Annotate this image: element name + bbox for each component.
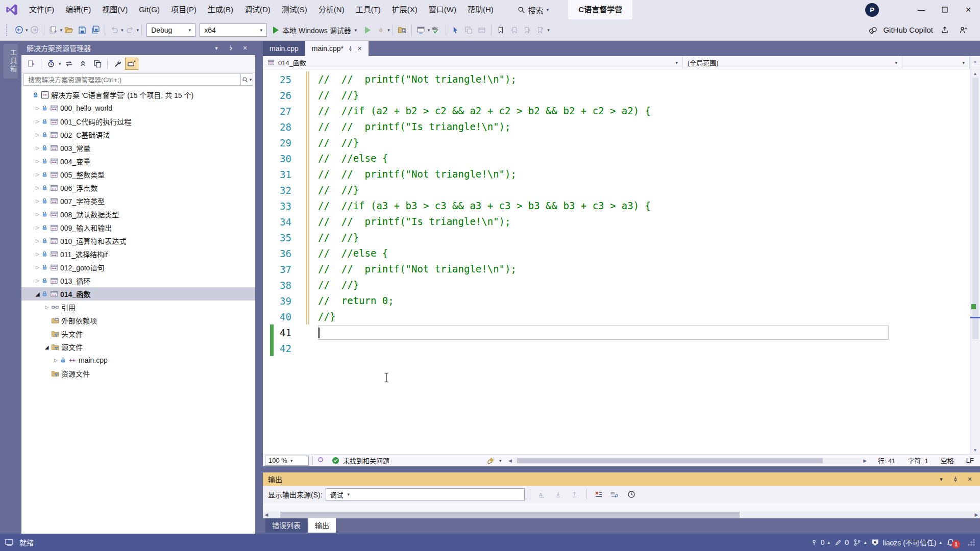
save-all-icon[interactable] [89, 23, 102, 37]
caret-line-indicator[interactable]: 行: 41 [878, 456, 896, 465]
code-text[interactable] [318, 325, 889, 340]
trust-user-indicator[interactable]: liaozs (不可信任) ▴ [871, 537, 942, 547]
next-message-icon[interactable] [568, 488, 581, 500]
code-line-37[interactable]: 37// // printf("Not triangle!\n"); [263, 261, 970, 277]
code-line-28[interactable]: 28// // printf("Is triangle!\n"); [263, 119, 970, 135]
menu-E[interactable]: 编辑(E) [60, 0, 96, 19]
code-text[interactable]: // //} [318, 87, 359, 103]
tree-item-001_C[interactable]: ▷++001_C代码的执行过程 [21, 115, 255, 128]
code-line-42[interactable]: 42 [263, 340, 970, 356]
tree-item-011_if[interactable]: ▷++011_选择结构if [21, 247, 255, 261]
menu-P[interactable]: 项目(P) [165, 0, 202, 19]
close-icon[interactable]: ✕ [240, 43, 250, 53]
menu-S[interactable]: 测试(S) [276, 0, 313, 19]
collapsed-arrow-icon[interactable]: ▷ [34, 132, 41, 137]
tree-item-009_[interactable]: ▷++009_输入和输出 [21, 221, 255, 234]
scrollbar-thumb[interactable] [972, 78, 978, 339]
code-text[interactable]: // //if (a3 + b3 > c3 && a3 + c3 > b3 &&… [318, 198, 651, 214]
code-line-35[interactable]: 35// //} [263, 230, 970, 245]
collapsed-arrow-icon[interactable]: ▷ [34, 212, 41, 217]
window-position-icon[interactable]: ▾ [936, 474, 946, 484]
redo-icon[interactable] [124, 23, 137, 37]
clear-bookmarks-icon[interactable] [534, 23, 547, 37]
back-dropdown-icon[interactable]: ▾ [26, 28, 28, 33]
tree-item-003_[interactable]: ▷++003_常量 [21, 141, 255, 155]
tree-item-C1515[interactable]: 解决方案 'C语言督学营' (15 个项目, 共 15 个) [21, 88, 255, 102]
tree-item-010_[interactable]: ▷++010_运算符和表达式 [21, 234, 255, 247]
save-icon[interactable] [76, 23, 89, 37]
collapsed-arrow-icon[interactable]: ▷ [34, 172, 41, 177]
pending-changes-filter-icon[interactable] [44, 58, 58, 70]
menu-N[interactable]: 分析(N) [313, 0, 350, 19]
code-line-41[interactable]: 41 [263, 324, 970, 340]
menu-B[interactable]: 生成(B) [202, 0, 239, 19]
expanded-arrow-icon[interactable]: ◢ [34, 291, 41, 297]
code-line-29[interactable]: 29// //} [263, 135, 970, 151]
code-line-36[interactable]: 36// //else { [263, 245, 970, 261]
menu-V[interactable]: 视图(V) [96, 0, 133, 19]
github-copilot-label[interactable]: GitHub Copilot [883, 26, 933, 34]
code-line-40[interactable]: 40//} [263, 309, 970, 324]
scroll-right-icon[interactable]: ▶ [973, 512, 980, 517]
navigate-forward-icon[interactable] [28, 23, 41, 37]
pending-edits-indicator[interactable]: 0 [835, 538, 849, 546]
next-bookmark-icon[interactable] [521, 23, 534, 37]
tree-item-013_[interactable]: ▷++013_循环 [21, 274, 255, 287]
open-folder-icon[interactable] [62, 23, 76, 37]
code-text[interactable]: // //} [318, 135, 359, 151]
tab-main-cpp[interactable]: main.cpp [263, 41, 305, 56]
line-ending-indicator[interactable]: LF [966, 457, 974, 464]
code-line-25[interactable]: 25// // printf("Not triangle!\n"); [263, 71, 970, 87]
start-without-debugging-icon[interactable] [361, 23, 374, 37]
code-line-32[interactable]: 32// //} [263, 182, 970, 198]
word-wrap-icon[interactable]: ab [608, 488, 622, 500]
clock-icon[interactable] [625, 488, 638, 500]
collapsed-arrow-icon[interactable]: ▷ [34, 198, 41, 204]
type-scope-dropdown[interactable]: (全局范围) ▾ [683, 56, 902, 69]
sync-icon[interactable] [62, 58, 76, 70]
undo-icon[interactable] [108, 23, 121, 37]
vertical-scrollbar[interactable]: ▲ ▼ [970, 69, 980, 454]
share-icon[interactable] [938, 23, 951, 37]
tree-item-[interactable]: 资源文件 [21, 367, 255, 380]
tree-item-[interactable]: 外部依赖项 [21, 314, 255, 327]
collapsed-arrow-icon[interactable]: ▷ [34, 265, 41, 270]
code-text[interactable]: // //else { [318, 151, 388, 166]
menu-X[interactable]: 扩展(X) [386, 0, 423, 19]
solution-search-input[interactable] [23, 73, 241, 86]
code-line-34[interactable]: 34// // printf("Is triangle!\n"); [263, 214, 970, 230]
start-debugging-button[interactable]: 本地 Windows 调试器 ▾ [269, 23, 361, 37]
close-button[interactable]: ✕ [957, 0, 980, 19]
undo-dropdown-icon[interactable]: ▾ [121, 28, 124, 33]
sync-with-active-document-icon[interactable] [24, 58, 38, 70]
tree-item-maincpp[interactable]: ▷++main.cpp [21, 354, 255, 367]
show-all-files-icon[interactable] [91, 58, 104, 70]
collapsed-arrow-icon[interactable]: ▷ [34, 238, 41, 243]
preview-selected-items-icon[interactable] [125, 58, 138, 70]
pin-icon[interactable] [226, 43, 236, 53]
code-text[interactable]: // // printf("Not triangle!\n"); [318, 261, 517, 277]
bookmark-icon[interactable] [494, 23, 507, 37]
format-brush-icon[interactable] [486, 457, 495, 465]
pin-icon[interactable] [950, 474, 961, 484]
solution-configuration-dropdown[interactable]: Debug▾ [146, 23, 195, 37]
collapsed-arrow-icon[interactable]: ▷ [34, 225, 41, 230]
collapsed-arrow-icon[interactable]: ▷ [52, 358, 60, 363]
github-copilot-icon[interactable] [868, 26, 878, 35]
tree-item-012_goto[interactable]: ▷++012_goto语句 [21, 261, 255, 274]
hscrollbar-thumb[interactable] [517, 458, 823, 463]
code-text[interactable]: //} [318, 309, 335, 324]
user-avatar[interactable]: P [865, 3, 879, 17]
code-line-31[interactable]: 31// // printf("Not triangle!\n"); [263, 166, 970, 182]
collapsed-arrow-icon[interactable]: ▷ [34, 106, 41, 111]
expanded-arrow-icon[interactable]: ◢ [43, 344, 51, 350]
tree-item-004_[interactable]: ▷++004_变量 [21, 155, 255, 168]
menu-D[interactable]: 调试(D) [239, 0, 276, 19]
tree-item-008_[interactable]: ▷++008_默认数据类型 [21, 208, 255, 221]
spell-check-icon[interactable]: abc [430, 23, 443, 37]
filter-dropdown-icon[interactable]: ▾ [59, 61, 61, 66]
code-text[interactable]: // // printf("Is triangle!\n"); [318, 119, 511, 135]
document-health-indicator[interactable]: 未找到相关问题 [332, 456, 389, 465]
code-line-30[interactable]: 30// //else { [263, 151, 970, 166]
menu-GitG[interactable]: Git(G) [133, 0, 165, 19]
